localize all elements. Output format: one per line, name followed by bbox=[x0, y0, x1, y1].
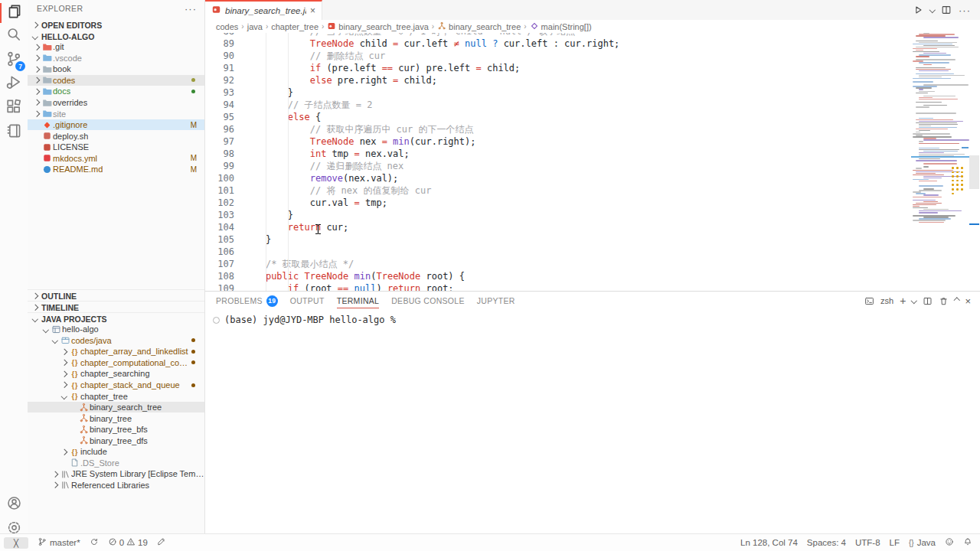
breadcrumb-item-java[interactable]: java bbox=[247, 22, 263, 31]
file-mkdocs-yml[interactable]: mkdocs.ymlM bbox=[28, 152, 204, 164]
folder-icon bbox=[41, 64, 53, 74]
panel-tab-problems[interactable]: PROBLEMS19 bbox=[216, 292, 278, 310]
maximize-panel-chevron-icon[interactable] bbox=[954, 298, 960, 304]
activity-explorer-button[interactable] bbox=[0, 2, 28, 24]
code-line-94: 94 // 子结点数量 = 2 bbox=[205, 99, 969, 111]
jp-chapter-tree[interactable]: { }chapter_tree bbox=[28, 390, 204, 402]
problems-status[interactable]: 0 19 bbox=[108, 537, 148, 548]
activity-extensions-button[interactable] bbox=[0, 96, 28, 119]
jp-include[interactable]: { }include bbox=[28, 446, 204, 458]
terminal-dropdown-chevron-icon[interactable] bbox=[911, 298, 917, 304]
run-java-button[interactable] bbox=[913, 5, 923, 15]
code-editor[interactable]: 88 // 当子结点数量 = 0 / 1 时， child = null / 该… bbox=[205, 20, 969, 300]
minimap-line bbox=[916, 112, 956, 113]
folder-icon bbox=[41, 109, 53, 119]
run-dropdown-chevron-icon[interactable] bbox=[929, 7, 935, 13]
jp-referenced-libraries[interactable]: Referenced Libraries bbox=[28, 480, 204, 491]
jp-ds-store[interactable]: .DS_Store bbox=[28, 458, 204, 469]
breadcrumb-item-main-string[interactable]: main(String[]) bbox=[530, 21, 592, 32]
breadcrumb-item-binary-search-tree[interactable]: binary_search_tree bbox=[437, 21, 521, 32]
smiley-icon bbox=[945, 537, 954, 548]
file-vscode[interactable]: .vscode bbox=[28, 53, 204, 64]
panel-tab-output[interactable]: OUTPUT bbox=[290, 292, 325, 310]
split-editor-icon[interactable] bbox=[941, 5, 952, 15]
activity-search-button[interactable] bbox=[0, 24, 28, 47]
remote-indicator[interactable]: ╳ bbox=[4, 537, 28, 549]
split-terminal-icon[interactable] bbox=[923, 296, 933, 306]
minimap[interactable] bbox=[911, 24, 969, 230]
open-editors-section[interactable]: OPEN EDITORS bbox=[28, 19, 204, 31]
lib-icon bbox=[59, 480, 71, 490]
feedback-button[interactable] bbox=[945, 537, 954, 548]
sync-changes-button[interactable] bbox=[90, 537, 99, 548]
jp-binary-search-tree[interactable]: binary_search_tree bbox=[28, 402, 204, 413]
tree-item-label: book bbox=[53, 64, 71, 73]
panel-tab-label: PROBLEMS bbox=[216, 296, 263, 305]
breadcrumb-item-binary-search-tree-java[interactable]: binary_search_tree.java bbox=[327, 21, 428, 32]
tab-binary-search-tree-java[interactable]: binary_search_tree.java × bbox=[205, 0, 322, 20]
terminal-prompt-line[interactable]: (base) jyd@JYD-MBP hello-algo % bbox=[213, 315, 396, 325]
jp-codes-java[interactable]: codes/java bbox=[28, 335, 204, 347]
kill-terminal-icon[interactable] bbox=[939, 296, 949, 306]
editor-more-actions-icon[interactable]: ··· bbox=[959, 5, 971, 16]
file-gitignore[interactable]: .gitignoreM bbox=[28, 119, 204, 131]
file-readme-md[interactable]: README.mdM bbox=[28, 164, 204, 175]
jp-binary-tree-dfs[interactable]: binary_tree_dfs bbox=[28, 435, 204, 446]
outline-section[interactable]: OUTLINE bbox=[28, 289, 204, 302]
minimap-line bbox=[919, 124, 958, 125]
minimap-line bbox=[916, 69, 951, 70]
chevron-right-icon bbox=[32, 100, 41, 105]
code-line-95: 95 else { bbox=[205, 111, 969, 123]
breadcrumb-item-chapter-tree[interactable]: chapter_tree bbox=[271, 22, 318, 31]
notifications-button[interactable] bbox=[963, 537, 972, 548]
jp-binary-tree[interactable]: binary_tree bbox=[28, 412, 204, 424]
shell-selector[interactable]: zsh bbox=[880, 296, 893, 305]
encoding-status[interactable]: UTF-8 bbox=[855, 538, 880, 547]
file-git[interactable]: .git bbox=[28, 41, 204, 53]
language-mode-status[interactable]: {} Java bbox=[909, 538, 936, 547]
file-codes[interactable]: codes bbox=[28, 75, 204, 86]
java-server-mode-button[interactable] bbox=[157, 537, 166, 548]
git-branch-status[interactable]: master* bbox=[38, 537, 80, 548]
panel-tab-terminal[interactable]: TERMINAL bbox=[337, 292, 380, 310]
jp-chapter-stack-and-queue[interactable]: { }chapter_stack_and_queue bbox=[28, 380, 204, 391]
minimap-line bbox=[913, 174, 944, 175]
minimap-line bbox=[913, 220, 946, 220]
file-overrides[interactable]: overrides bbox=[28, 97, 204, 109]
file-license[interactable]: LICENSE bbox=[28, 142, 204, 153]
chevron-right-icon bbox=[32, 112, 41, 116]
file-docs[interactable]: docs bbox=[28, 86, 204, 97]
activity-source-control-button[interactable]: 7 bbox=[0, 49, 28, 72]
file-site[interactable]: site bbox=[28, 108, 204, 119]
line-content: public TreeNode min(TreeNode root) { bbox=[234, 270, 465, 282]
jp-binary-tree-bfs[interactable]: binary_tree_bfs bbox=[28, 424, 204, 435]
folder-icon bbox=[41, 86, 53, 96]
activity-notebook-button[interactable] bbox=[0, 121, 28, 144]
workspace-root-section[interactable]: HELLO-ALGO bbox=[28, 31, 204, 42]
jp-chapter-computational-complexity[interactable]: { }chapter_computational_complexity bbox=[28, 357, 204, 369]
activity-run-and-debug-button[interactable] bbox=[0, 72, 28, 95]
timeline-section[interactable]: TIMELINE bbox=[28, 301, 204, 313]
indentation-status[interactable]: Spaces: 4 bbox=[807, 538, 846, 547]
panel-tab-jupyter[interactable]: JUPYTER bbox=[477, 292, 515, 310]
explorer-more-actions-icon[interactable]: ··· bbox=[185, 3, 197, 15]
close-panel-icon[interactable]: × bbox=[965, 295, 971, 307]
java-projects-section[interactable]: JAVA PROJECTS bbox=[28, 312, 204, 324]
activity-accounts-button[interactable] bbox=[0, 493, 28, 516]
minimap-warning-dot bbox=[956, 184, 959, 186]
jp-chapter-array-and-linkedlist[interactable]: { }chapter_array_and_linkedlist bbox=[28, 346, 204, 357]
file-deploy-sh[interactable]: deploy.sh bbox=[28, 130, 204, 142]
tab-close-icon[interactable]: × bbox=[310, 5, 315, 16]
file-book[interactable]: book bbox=[28, 64, 204, 75]
code-line-108: 108 public TreeNode min(TreeNode root) { bbox=[205, 270, 969, 282]
jp-hello-algo[interactable]: hello-algo bbox=[28, 324, 204, 335]
jp-chapter-searching[interactable]: { }chapter_searching bbox=[28, 368, 204, 380]
eol-status[interactable]: LF bbox=[890, 538, 900, 547]
panel-tab-debug-console[interactable]: DEBUG CONSOLE bbox=[391, 292, 465, 310]
class-icon bbox=[77, 435, 90, 445]
cursor-position-status[interactable]: Ln 128, Col 74 bbox=[740, 538, 798, 547]
new-terminal-button[interactable]: + bbox=[900, 295, 906, 307]
breadcrumb-item-codes[interactable]: codes bbox=[216, 22, 238, 31]
jp-jre-system-library-eclipse-temurin-17-17[interactable]: JRE System Library [Eclipse Temurin 17 [… bbox=[28, 468, 204, 480]
scrollbar-thumb[interactable] bbox=[969, 155, 979, 189]
